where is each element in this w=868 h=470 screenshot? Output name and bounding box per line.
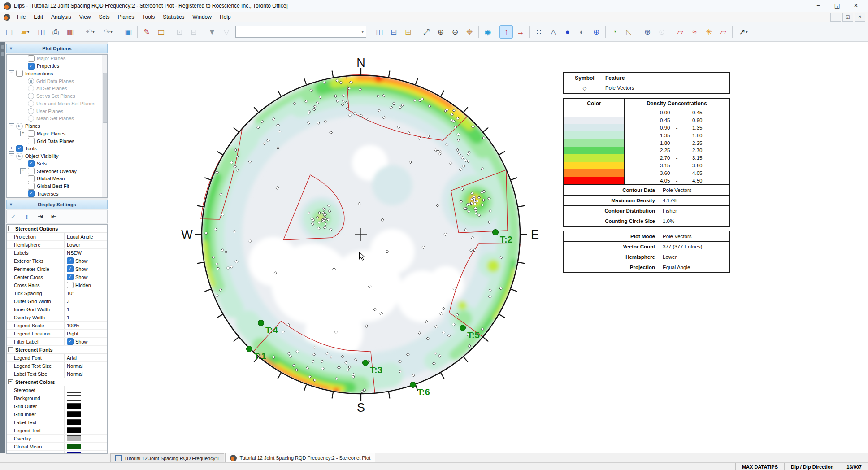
prop-exterior-ticks[interactable]: Exterior Ticks✓Show [7, 257, 107, 265]
tree-item-major-planes[interactable]: +Major Planes [7, 130, 107, 138]
expander-minus-icon[interactable]: − [9, 153, 14, 159]
tree-scrollbar[interactable] [102, 55, 107, 197]
expander-plus-icon[interactable]: + [20, 168, 26, 174]
menu-edit[interactable]: Edit [30, 12, 47, 22]
prop-inner-grid-width[interactable]: Inner Grid Width1 [7, 305, 107, 313]
prop-value[interactable]: Lower [65, 241, 107, 248]
menu-sets[interactable]: Sets [95, 12, 114, 22]
prop-value[interactable]: NSEW [65, 249, 107, 257]
tree-item-grid-data-planes[interactable]: Grid Data Planes [7, 137, 107, 145]
prop-value[interactable] [65, 418, 107, 426]
prop-value[interactable]: 1 [65, 313, 107, 321]
checkbox-icon[interactable]: ✓ [28, 63, 35, 70]
prop-value[interactable] [65, 426, 107, 434]
prop-value[interactable]: Equal Angle [65, 233, 107, 240]
prop-value[interactable]: 10° [65, 289, 107, 297]
undo-button[interactable]: ↶▾ [82, 25, 99, 39]
zoom-out-button[interactable]: ⊖ [448, 25, 462, 39]
expander-minus-icon[interactable]: − [8, 226, 13, 231]
auto-set-wizard-button[interactable]: ✳ [702, 25, 716, 39]
tile-horizontal-button[interactable]: ⊟ [387, 25, 400, 39]
add-plane-button[interactable]: ⊛ [641, 25, 654, 39]
radio-icon[interactable] [28, 115, 34, 122]
checkbox-icon[interactable] [28, 168, 35, 174]
menu-statistics[interactable]: Statistics [159, 12, 188, 22]
tree-item-grid-data-planes[interactable]: Grid Data Planes [7, 77, 107, 85]
docked-tab-icon[interactable] [1, 45, 4, 49]
prop-value[interactable] [65, 402, 107, 410]
visibility-arrow-icon[interactable]: ▶ [16, 153, 23, 160]
prop-legend-font[interactable]: Legend FontArial [7, 354, 107, 362]
group-stereonet-options[interactable]: −Stereonet Options [7, 225, 107, 233]
apply-icon[interactable]: ✓ [7, 213, 20, 221]
zoom-in-button[interactable]: ⊕ [434, 25, 447, 39]
prop-value[interactable] [65, 410, 107, 418]
add-set-freehand-button[interactable]: ≈ [688, 25, 701, 39]
add-set-window-button[interactable]: ▱ [673, 25, 687, 39]
checkbox-icon[interactable]: ✓ [28, 160, 35, 167]
prop-overlay[interactable]: Overlay [7, 435, 107, 443]
import-settings-icon[interactable]: ⇤ [47, 213, 61, 221]
prop-value[interactable] [65, 394, 107, 402]
tree-item-sets[interactable]: ✓Sets [7, 160, 107, 168]
save-button[interactable]: ◫ [35, 25, 48, 39]
prop-hemisphere[interactable]: HemisphereLower [7, 241, 107, 249]
display-options-button[interactable]: ▣ [122, 25, 135, 39]
color-swatch[interactable] [67, 395, 81, 401]
stereonet-plot[interactable]: N E S W T:1T:2T:3T:4T:5T:6 [177, 51, 545, 418]
prop-projection[interactable]: ProjectionEqual Angle [7, 233, 107, 241]
prop-legend-text-size[interactable]: Legend Text SizeNormal [7, 362, 107, 370]
prop-value[interactable] [65, 443, 107, 450]
document-tab[interactable]: Tutorial 12 Joint Spacing RQD Frequency:… [225, 453, 375, 462]
prop-perimeter-circle[interactable]: Perimeter Circle✓Show [7, 265, 107, 273]
tile-vertical-button[interactable]: ◫ [373, 25, 386, 39]
prop-tick-spacing[interactable]: Tick Spacing10° [7, 289, 107, 297]
edit-tool-button[interactable]: ✎ [140, 25, 153, 39]
prop-value[interactable] [65, 435, 107, 442]
checkbox-icon[interactable] [67, 282, 74, 288]
prop-center-cross[interactable]: Center Cross✓Show [7, 273, 107, 281]
radio-icon[interactable] [28, 100, 34, 107]
prop-value[interactable] [65, 451, 107, 454]
tree-item-mean-set-planes[interactable]: Mean Set Planes [7, 115, 107, 122]
collapse-arrow-icon[interactable]: ▼ [9, 46, 13, 51]
expander-minus-icon[interactable]: − [9, 123, 14, 129]
visibility-arrow-icon[interactable]: ▶ [16, 123, 23, 130]
expander-minus-icon[interactable]: − [9, 70, 14, 76]
prop-value[interactable]: 3 [65, 297, 107, 305]
prop-value[interactable]: 100% [65, 322, 107, 329]
expander-minus-icon[interactable]: − [8, 379, 13, 384]
dip-vector-plot-button[interactable]: → [514, 25, 527, 39]
expander-minus-icon[interactable]: − [8, 347, 13, 352]
checkbox-icon[interactable] [28, 55, 35, 62]
docked-tab-icon[interactable] [1, 52, 4, 56]
rosette-plot-button[interactable]: ◔ [608, 25, 621, 39]
pole-vector-plot-button[interactable]: ↑ [499, 25, 513, 39]
resize-stereonet-button[interactable]: ◉ [481, 25, 495, 39]
minimize-button[interactable]: − [830, 13, 841, 22]
radio-icon[interactable] [28, 78, 34, 84]
filter-data-button[interactable]: ▼ [205, 25, 219, 39]
display-settings-header[interactable]: ▼ Display Settings [6, 200, 108, 209]
close-button[interactable]: ✕ [855, 13, 865, 22]
document-properties-button[interactable]: ▥ [63, 25, 77, 39]
tree-item-traverses[interactable]: ✓Traverses [7, 190, 107, 198]
edit-sets-button[interactable]: ▱ [716, 25, 730, 39]
checkbox-icon[interactable]: ✓ [67, 257, 74, 264]
zoom-extents-button[interactable]: ⤢ [420, 25, 433, 39]
group-stereonet-fonts[interactable]: −Stereonet Fonts [7, 346, 107, 354]
scrollbar-thumb[interactable] [103, 73, 108, 123]
pan-button[interactable]: ✥ [463, 25, 476, 39]
checkbox-icon[interactable]: ✓ [16, 145, 23, 152]
prop-overlay-width[interactable]: Overlay Width1 [7, 313, 107, 322]
prop-value[interactable]: Arial [65, 354, 107, 361]
tree-item-all-set-planes[interactable]: All Set Planes [7, 85, 107, 92]
tree-item-properties[interactable]: ✓Properties [7, 62, 107, 70]
prop-legend-text[interactable]: Legend Text [7, 426, 107, 435]
stereonet-overlay-button[interactable]: ⊕ [590, 25, 603, 39]
docked-panel-strip[interactable] [0, 42, 5, 453]
selection-arrow-button[interactable]: ↗▾ [735, 25, 752, 39]
prop-stereonet[interactable]: Stereonet [7, 386, 107, 394]
checkbox-icon[interactable] [16, 70, 23, 77]
group-stereonet-colors[interactable]: −Stereonet Colors [7, 378, 107, 386]
